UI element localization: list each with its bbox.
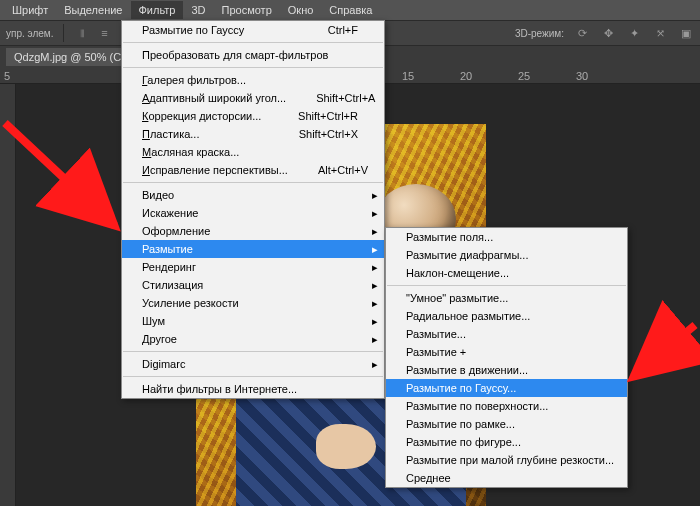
submenu-arrow-icon: ▸ xyxy=(372,315,378,328)
filter-menu-item[interactable]: Усиление резкости▸ xyxy=(122,294,384,312)
menu-item-label: Размытие при малой глубине резкости... xyxy=(406,454,614,466)
menu-item-label: Размытие в движении... xyxy=(406,364,528,376)
blur-submenu-item[interactable]: Размытие... xyxy=(386,325,627,343)
filter-menu-item[interactable]: Коррекция дисторсии...Shift+Ctrl+R xyxy=(122,107,384,125)
menu-item-label: Размытие + xyxy=(406,346,466,358)
menu-shortcut: Ctrl+F xyxy=(298,24,358,36)
menu-item-label: Пластика... xyxy=(142,128,199,140)
ruler-tick-label: 15 xyxy=(402,70,414,82)
submenu-arrow-icon: ▸ xyxy=(372,297,378,310)
menu-item-label: Видео xyxy=(142,189,174,201)
filter-menu-item[interactable]: Исправление перспективы...Alt+Ctrl+V xyxy=(122,161,384,179)
menu-item-label: Коррекция дисторсии... xyxy=(142,110,261,122)
blur-submenu: Размытие поля...Размытие диафрагмы...Нак… xyxy=(385,227,628,488)
menu-item-view[interactable]: Просмотр xyxy=(214,1,280,19)
menu-separator xyxy=(123,376,383,377)
menu-item-select[interactable]: Выделение xyxy=(56,1,130,19)
ruler-vertical xyxy=(0,84,16,506)
blur-submenu-item[interactable]: Размытие при малой глубине резкости... xyxy=(386,451,627,469)
3d-orbit-icon[interactable]: ⟳ xyxy=(574,25,590,41)
menubar: Шрифт Выделение Фильтр 3D Просмотр Окно … xyxy=(0,0,700,20)
filter-menu-item[interactable]: Стилизация▸ xyxy=(122,276,384,294)
menu-item-label: Стилизация xyxy=(142,279,203,291)
blur-submenu-item[interactable]: Размытие в движении... xyxy=(386,361,627,379)
mode-label: 3D-режим: xyxy=(515,28,564,39)
menu-separator xyxy=(123,182,383,183)
menu-item-label: Размытие по поверхности... xyxy=(406,400,548,412)
menu-item-label: Найти фильтры в Интернете... xyxy=(142,383,297,395)
filter-menu-item[interactable]: Адаптивный широкий угол...Shift+Ctrl+A xyxy=(122,89,384,107)
blur-submenu-item[interactable]: Наклон-смещение... xyxy=(386,264,627,282)
align-icon-2[interactable]: ≡ xyxy=(96,25,112,41)
filter-menu-item[interactable]: Пластика...Shift+Ctrl+X xyxy=(122,125,384,143)
menu-item-filter[interactable]: Фильтр xyxy=(131,1,184,19)
menu-item-label: Размытие по рамке... xyxy=(406,418,515,430)
menu-item-window[interactable]: Окно xyxy=(280,1,322,19)
submenu-arrow-icon: ▸ xyxy=(372,333,378,346)
filter-menu-item[interactable]: Шум▸ xyxy=(122,312,384,330)
filter-menu: Размытие по ГауссуCtrl+FПреобразовать дл… xyxy=(121,20,385,399)
menu-shortcut: Shift+Ctrl+R xyxy=(268,110,358,122)
menu-item-label: Среднее xyxy=(406,472,451,484)
menu-separator xyxy=(123,67,383,68)
submenu-arrow-icon: ▸ xyxy=(372,207,378,220)
3d-pan-icon[interactable]: ✥ xyxy=(600,25,616,41)
menu-item-label: Галерея фильтров... xyxy=(142,74,246,86)
filter-menu-item[interactable]: Рендеринг▸ xyxy=(122,258,384,276)
menu-item-label: Радиальное размытие... xyxy=(406,310,530,322)
submenu-arrow-icon: ▸ xyxy=(372,358,378,371)
menu-shortcut: Shift+Ctrl+A xyxy=(286,92,375,104)
filter-menu-item[interactable]: Размытие по ГауссуCtrl+F xyxy=(122,21,384,39)
blur-submenu-item[interactable]: Размытие по рамке... xyxy=(386,415,627,433)
filter-menu-item[interactable]: Видео▸ xyxy=(122,186,384,204)
blur-submenu-item[interactable]: Размытие + xyxy=(386,343,627,361)
filter-menu-item[interactable]: Размытие▸ xyxy=(122,240,384,258)
blur-submenu-item[interactable]: Размытие по поверхности... xyxy=(386,397,627,415)
filter-menu-item[interactable]: Оформление▸ xyxy=(122,222,384,240)
filter-menu-item[interactable]: Digimarc▸ xyxy=(122,355,384,373)
3d-scale-icon[interactable]: ⤧ xyxy=(652,25,668,41)
menu-item-label: Наклон-смещение... xyxy=(406,267,509,279)
filter-menu-item[interactable]: Галерея фильтров... xyxy=(122,71,384,89)
menu-item-label: Шум xyxy=(142,315,165,327)
menu-item-label: Размытие по фигуре... xyxy=(406,436,521,448)
blur-submenu-item[interactable]: Радиальное размытие... xyxy=(386,307,627,325)
blur-submenu-item[interactable]: Размытие по Гауссу... xyxy=(386,379,627,397)
menu-item-label: Размытие поля... xyxy=(406,231,493,243)
blur-submenu-item[interactable]: Размытие поля... xyxy=(386,228,627,246)
menu-item-label: Размытие xyxy=(142,243,193,255)
menu-item-help[interactable]: Справка xyxy=(321,1,380,19)
control-label: упр. элем. xyxy=(6,28,53,39)
menu-item-label: Исправление перспективы... xyxy=(142,164,288,176)
submenu-arrow-icon: ▸ xyxy=(372,261,378,274)
menu-separator xyxy=(123,351,383,352)
ruler-tick-label: 25 xyxy=(518,70,530,82)
blur-submenu-item[interactable]: Размытие по фигуре... xyxy=(386,433,627,451)
menu-item-label: Размытие диафрагмы... xyxy=(406,249,528,261)
menu-item-label: "Умное" размытие... xyxy=(406,292,508,304)
menu-item-label: Преобразовать для смарт-фильтров xyxy=(142,49,328,61)
separator xyxy=(63,24,64,42)
blur-submenu-item[interactable]: "Умное" размытие... xyxy=(386,289,627,307)
filter-menu-item[interactable]: Найти фильтры в Интернете... xyxy=(122,380,384,398)
blur-submenu-item[interactable]: Среднее xyxy=(386,469,627,487)
menu-item-label: Искажение xyxy=(142,207,198,219)
filter-menu-item[interactable]: Масляная краска... xyxy=(122,143,384,161)
filter-menu-item[interactable]: Преобразовать для смарт-фильтров xyxy=(122,46,384,64)
blur-submenu-item[interactable]: Размытие диафрагмы... xyxy=(386,246,627,264)
submenu-arrow-icon: ▸ xyxy=(372,279,378,292)
menu-item-label: Рендеринг xyxy=(142,261,196,273)
menu-item-label: Оформление xyxy=(142,225,210,237)
filter-menu-item[interactable]: Искажение▸ xyxy=(122,204,384,222)
align-icon[interactable]: ⫴ xyxy=(74,25,90,41)
submenu-arrow-icon: ▸ xyxy=(372,189,378,202)
3d-camera-icon[interactable]: ▣ xyxy=(678,25,694,41)
menu-item-label: Размытие по Гауссу... xyxy=(406,382,516,394)
menu-item-font[interactable]: Шрифт xyxy=(4,1,56,19)
image-content xyxy=(316,424,376,469)
menu-item-label: Размытие по Гауссу xyxy=(142,24,244,36)
menu-item-3d[interactable]: 3D xyxy=(183,1,213,19)
filter-menu-item[interactable]: Другое▸ xyxy=(122,330,384,348)
3d-move-icon[interactable]: ✦ xyxy=(626,25,642,41)
menu-shortcut: Alt+Ctrl+V xyxy=(288,164,368,176)
